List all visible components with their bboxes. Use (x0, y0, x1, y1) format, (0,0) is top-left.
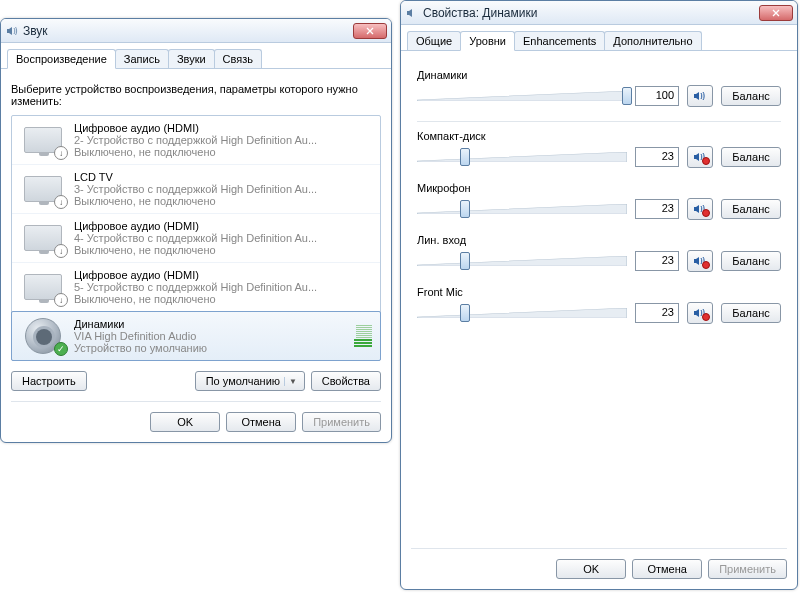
monitor-icon: ↓ (20, 171, 66, 207)
device-name: Динамики (74, 318, 354, 330)
configure-button[interactable]: Настроить (11, 371, 87, 391)
svg-marker-4 (417, 308, 627, 318)
device-row[interactable]: ↓LCD TV3- Устройство с поддержкой High D… (12, 165, 380, 214)
mute-button[interactable] (687, 198, 713, 220)
device-name: LCD TV (74, 171, 372, 183)
speaker-icon (5, 24, 19, 38)
cancel-button[interactable]: Отмена (632, 559, 702, 579)
level-label: Динамики (417, 69, 781, 81)
device-status: Выключено, не подключено (74, 293, 320, 305)
tabstrip: ОбщиеУровниEnhancementsДополнительно (401, 27, 797, 51)
volume-value[interactable]: 100 (635, 86, 679, 106)
tab-дополнительно[interactable]: Дополнительно (604, 31, 701, 50)
level-group: Front Mic23Баланс (417, 286, 781, 324)
balance-button[interactable]: Баланс (721, 147, 781, 167)
device-row[interactable]: ↓Цифровое аудио (HDMI)5- Устройство с по… (12, 263, 380, 312)
tab-связь[interactable]: Связь (214, 49, 262, 68)
mute-button[interactable] (687, 85, 713, 107)
balance-button[interactable]: Баланс (721, 199, 781, 219)
svg-marker-2 (417, 204, 627, 214)
close-button[interactable] (759, 5, 793, 21)
slider-thumb[interactable] (622, 87, 632, 105)
level-label: Компакт-диск (417, 130, 781, 142)
instruction-text: Выберите устройство воспроизведения, пар… (11, 83, 381, 107)
device-name: Цифровое аудио (HDMI) (74, 122, 372, 134)
slider-thumb[interactable] (460, 148, 470, 166)
tab-уровни[interactable]: Уровни (460, 31, 515, 51)
svg-marker-3 (417, 256, 627, 266)
device-status: Выключено, не подключено (74, 244, 320, 256)
device-desc: VIA High Definition Audio (74, 330, 320, 342)
balance-button[interactable]: Баланс (721, 251, 781, 271)
ok-button[interactable]: OK (556, 559, 626, 579)
volume-value[interactable]: 23 (635, 251, 679, 271)
set-default-label: По умолчанию (206, 375, 280, 387)
level-group: Компакт-диск23Баланс (417, 130, 781, 168)
apply-button[interactable]: Применить (708, 559, 787, 579)
device-status: Выключено, не подключено (74, 195, 320, 207)
device-status: Устройство по умолчанию (74, 342, 320, 354)
device-desc: 3- Устройство с поддержкой High Definiti… (74, 183, 320, 195)
speaker-icon: ✓ (20, 318, 66, 354)
level-group: Микрофон23Баланс (417, 182, 781, 220)
device-name: Цифровое аудио (HDMI) (74, 269, 372, 281)
titlebar[interactable]: Свойства: Динамики (401, 1, 797, 25)
ok-button[interactable]: OK (150, 412, 220, 432)
volume-value[interactable]: 23 (635, 199, 679, 219)
mute-button[interactable] (687, 146, 713, 168)
tab-enhancements[interactable]: Enhancements (514, 31, 605, 50)
arrow-down-icon: ↓ (54, 244, 68, 258)
level-label: Front Mic (417, 286, 781, 298)
monitor-icon: ↓ (20, 122, 66, 158)
titlebar[interactable]: Звук (1, 19, 391, 43)
muted-icon (702, 157, 710, 165)
monitor-icon: ↓ (20, 269, 66, 305)
volume-slider[interactable] (417, 250, 627, 272)
svg-marker-0 (417, 91, 627, 101)
properties-button[interactable]: Свойства (311, 371, 381, 391)
arrow-down-icon: ↓ (54, 146, 68, 160)
speaker-icon (405, 6, 419, 20)
device-row[interactable]: ✓ДинамикиVIA High Definition AudioУстрой… (11, 311, 381, 361)
mute-button[interactable] (687, 302, 713, 324)
window-title: Звук (23, 24, 353, 38)
balance-button[interactable]: Баланс (721, 303, 781, 323)
device-name: Цифровое аудио (HDMI) (74, 220, 372, 232)
tab-общие[interactable]: Общие (407, 31, 461, 50)
balance-button[interactable]: Баланс (721, 86, 781, 106)
device-desc: 4- Устройство с поддержкой High Definiti… (74, 232, 320, 244)
chevron-down-icon: ▼ (284, 377, 297, 386)
set-default-button[interactable]: По умолчанию ▼ (195, 371, 305, 391)
tab-звуки[interactable]: Звуки (168, 49, 215, 68)
tabstrip: ВоспроизведениеЗаписьЗвукиСвязь (1, 45, 391, 69)
apply-button[interactable]: Применить (302, 412, 381, 432)
monitor-icon: ↓ (20, 220, 66, 256)
device-status: Выключено, не подключено (74, 146, 320, 158)
speaker-properties-window: Свойства: Динамики ОбщиеУровниEnhancemen… (400, 0, 798, 590)
device-list: ↓Цифровое аудио (HDMI)2- Устройство с по… (11, 115, 381, 361)
volume-value[interactable]: 23 (635, 303, 679, 323)
muted-icon (702, 313, 710, 321)
window-title: Свойства: Динамики (423, 6, 759, 20)
close-button[interactable] (353, 23, 387, 39)
muted-icon (702, 209, 710, 217)
volume-slider[interactable] (417, 85, 627, 107)
separator (417, 121, 781, 122)
tab-воспроизведение[interactable]: Воспроизведение (7, 49, 116, 69)
volume-slider[interactable] (417, 198, 627, 220)
device-row[interactable]: ↓Цифровое аудио (HDMI)2- Устройство с по… (12, 116, 380, 165)
cancel-button[interactable]: Отмена (226, 412, 296, 432)
tab-запись[interactable]: Запись (115, 49, 169, 68)
slider-thumb[interactable] (460, 200, 470, 218)
level-group: Динамики100Баланс (417, 69, 781, 107)
volume-slider[interactable] (417, 146, 627, 168)
sound-window: Звук ВоспроизведениеЗаписьЗвукиСвязь Выб… (0, 18, 392, 443)
device-row[interactable]: ↓Цифровое аудио (HDMI)4- Устройство с по… (12, 214, 380, 263)
slider-thumb[interactable] (460, 304, 470, 322)
volume-value[interactable]: 23 (635, 147, 679, 167)
mute-button[interactable] (687, 250, 713, 272)
volume-slider[interactable] (417, 302, 627, 324)
level-label: Микрофон (417, 182, 781, 194)
device-desc: 2- Устройство с поддержкой High Definiti… (74, 134, 320, 146)
slider-thumb[interactable] (460, 252, 470, 270)
